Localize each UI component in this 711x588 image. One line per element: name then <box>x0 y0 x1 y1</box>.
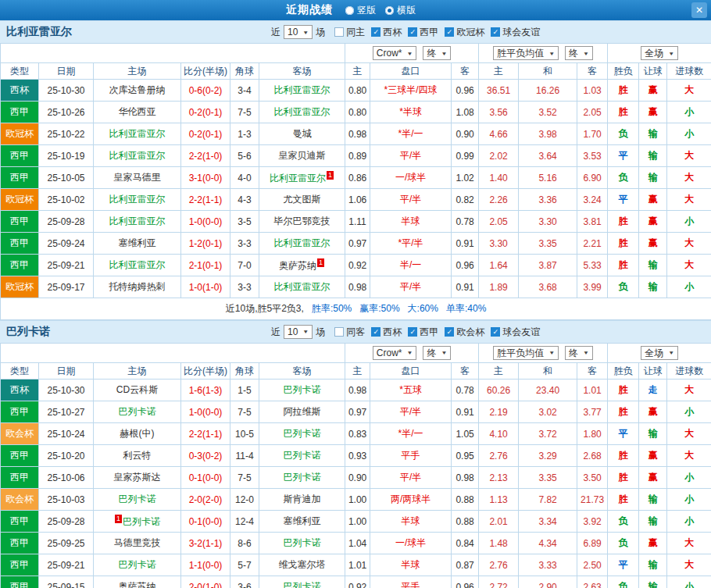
home-handicap-odds: 0.92 <box>345 576 370 588</box>
draw-odds: 4.34 <box>519 533 577 554</box>
filter-checkboxes: 同主✓西杯✓西甲✓欧冠杯✓球会友谊 <box>328 26 540 39</box>
competition-badge: 西甲 <box>1 233 39 255</box>
chevron-down-icon: ▼ <box>583 50 589 55</box>
match-result: 胜 <box>608 467 639 489</box>
handicap-line: 半球 <box>370 554 452 576</box>
chevron-down-icon: ▼ <box>668 350 674 355</box>
odds-time-select[interactable]: 终 ▼ <box>423 46 451 60</box>
checkbox-checked-icon[interactable]: ✓ <box>491 327 500 337</box>
checkbox-unchecked-icon[interactable] <box>334 27 344 37</box>
home-handicap-odds: 1.04 <box>345 533 370 554</box>
handicap-line: 一/球半 <box>370 167 452 189</box>
team-name-text: 比利亚雷亚尔 <box>274 281 330 292</box>
home-handicap-odds: 1.06 <box>345 189 370 211</box>
col-win: 主 <box>479 63 519 80</box>
checkbox-checked-icon[interactable]: ✓ <box>371 327 381 337</box>
section-header: 巴列卡诺 近 10 ▼ 场 同客✓西杯✓西甲✓欧会杯✓球会友谊 <box>0 320 711 343</box>
competition-badge: 欧会杯 <box>1 489 39 511</box>
win-odds: 4.66 <box>479 123 519 145</box>
away-team: 维戈塞尔塔 <box>259 554 345 576</box>
avg-time-select[interactable]: 终 ▼ <box>565 46 593 60</box>
radio-label: 竖版 <box>357 4 376 17</box>
radio-icon[interactable] <box>345 6 354 15</box>
close-icon[interactable]: ✕ <box>691 2 707 18</box>
filter-option-同主[interactable]: 同主 <box>334 26 365 39</box>
checkbox-checked-icon[interactable]: ✓ <box>491 27 500 37</box>
corner-score: 3-3 <box>230 233 259 255</box>
filter-option-球会友谊[interactable]: ✓球会友谊 <box>491 326 540 339</box>
avg-time-select[interactable]: 终 ▼ <box>565 346 593 360</box>
handicap-result: 输 <box>639 576 667 588</box>
odds-company-select[interactable]: Crow* ▼ <box>373 46 417 60</box>
team-name-text: 巴列卡诺 <box>284 472 321 483</box>
col-home-odds: 主 <box>345 63 370 80</box>
match-date: 25-10-30 <box>39 380 94 401</box>
match-date: 25-10-02 <box>39 189 94 211</box>
draw-odds: 3.02 <box>519 401 577 423</box>
match-score: 0-2(0-1) <box>181 102 230 123</box>
avg-odds-select[interactable]: 胜平负均值 ▼ <box>493 346 559 360</box>
match-rows: 西杯25-10-30次库达鲁册纳0-6(0-2)3-4比利亚雷亚尔0.80*三球… <box>1 80 711 320</box>
checkbox-checked-icon[interactable]: ✓ <box>371 27 381 37</box>
team-name-text: 马德里竞技 <box>114 537 161 548</box>
recent-matches-table: Crow* ▼ 终 ▼ 胜平负均值 <box>0 43 711 320</box>
filter-option-球会友谊[interactable]: ✓球会友谊 <box>491 26 540 39</box>
odds-time-select[interactable]: 终 ▼ <box>423 346 451 360</box>
radio-icon[interactable] <box>385 6 394 15</box>
handicap-result: 赢 <box>639 102 667 123</box>
match-result: 胜 <box>608 80 639 102</box>
away-team: 巴列卡诺 <box>259 445 345 467</box>
goals-result: 大 <box>667 423 711 445</box>
col-draw: 和 <box>519 63 577 80</box>
competition-badge: 西甲 <box>1 401 39 423</box>
recent-count-select[interactable]: 10 ▼ <box>284 25 313 39</box>
home-team: 华伦西亚 <box>94 102 181 123</box>
handicap-result: 赢 <box>639 401 667 423</box>
away-handicap-odds: 0.98 <box>452 467 479 489</box>
team-name-text: 比利亚雷亚尔 <box>109 128 166 139</box>
scope-select[interactable]: 全场 ▼ <box>641 46 678 60</box>
checkbox-checked-icon[interactable]: ✓ <box>445 327 454 337</box>
filter-option-同客[interactable]: 同客 <box>334 326 365 339</box>
corner-score: 5-7 <box>230 554 259 576</box>
odds-company-select[interactable]: Crow* ▼ <box>373 346 417 360</box>
recent-results-dialog: 近期战绩 竖版 横版 ✕ 比利亚雷亚尔 近 10 ▼ 场 同主✓西杯 <box>0 0 711 588</box>
radio-option-vertical[interactable]: 竖版 <box>345 4 376 17</box>
recent-count-select[interactable]: 10 ▼ <box>284 325 313 339</box>
filter-option-西杯[interactable]: ✓西杯 <box>371 326 402 339</box>
checkbox-checked-icon[interactable]: ✓ <box>408 327 417 337</box>
handicap-result: 走 <box>639 380 667 401</box>
corner-score: 3-3 <box>230 276 259 298</box>
checkbox-checked-icon[interactable]: ✓ <box>408 27 417 37</box>
col-goals: 进球数 <box>667 363 711 380</box>
checkbox-checked-icon[interactable]: ✓ <box>445 27 454 37</box>
away-team: 皇家贝迪斯 <box>259 145 345 167</box>
filter-option-西甲[interactable]: ✓西甲 <box>408 326 438 339</box>
match-row: 西甲25-09-25马德里竞技3-2(1-1)8-6巴列卡诺1.04一/球半0.… <box>1 533 711 554</box>
draw-odds: 3.36 <box>519 189 577 211</box>
home-team: 比利亚雷亚尔 <box>94 255 181 276</box>
filter-option-西甲[interactable]: ✓西甲 <box>408 26 438 39</box>
home-team: 比利亚雷亚尔 <box>94 123 181 145</box>
scope-select[interactable]: 全场 ▼ <box>641 346 678 360</box>
avg-odds-select[interactable]: 胜平负均值 ▼ <box>493 46 559 60</box>
win-odds: 2.72 <box>479 576 519 588</box>
checkbox-unchecked-icon[interactable] <box>334 327 344 337</box>
recent-label: 近 <box>271 326 280 339</box>
avg-select-cell: 胜平负均值 ▼ 终 ▼ <box>479 344 608 363</box>
corner-score: 8-6 <box>230 533 259 554</box>
handicap-line: 半球 <box>370 211 452 233</box>
match-result: 平 <box>608 189 639 211</box>
handicap-line: 平/半 <box>370 467 452 489</box>
goals-result: 小 <box>667 467 711 489</box>
filter-option-欧会杯[interactable]: ✓欧会杯 <box>445 326 484 339</box>
filter-option-label: 同主 <box>346 26 365 39</box>
lose-odds: 6.90 <box>577 167 608 189</box>
competition-badge: 西甲 <box>1 511 39 533</box>
lose-odds: 3.99 <box>577 276 608 298</box>
col-away: 客场 <box>259 63 345 80</box>
col-home: 主场 <box>94 63 181 80</box>
radio-option-horizontal[interactable]: 横版 <box>385 4 416 17</box>
filter-option-欧冠杯[interactable]: ✓欧冠杯 <box>445 26 484 39</box>
filter-option-西杯[interactable]: ✓西杯 <box>371 26 402 39</box>
